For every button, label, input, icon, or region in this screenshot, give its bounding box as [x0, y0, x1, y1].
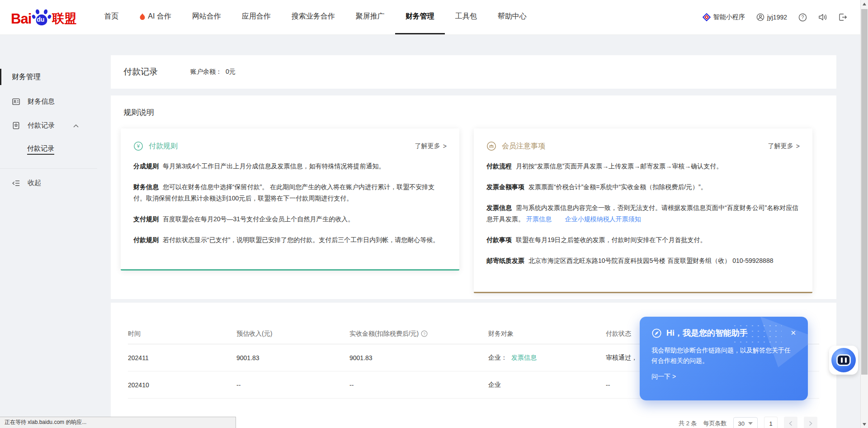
- payment-rules-card-title: 付款规则: [149, 142, 178, 151]
- member-notes-card-title: 会员注意事项: [502, 142, 545, 151]
- rule-item: 付款流程月初按“发票信息”页面开具发票→上传发票→邮寄发票→审核→确认支付。: [486, 161, 800, 172]
- rule-item: 付款事项联盟在每月19日之后签收的发票，付款时间安排在下个月首批支付。: [486, 234, 800, 246]
- cell-actual: --: [349, 381, 488, 389]
- sidebar-section-finance-management[interactable]: 财务管理: [0, 72, 111, 82]
- compass-icon: [651, 328, 662, 338]
- chevron-up-icon[interactable]: [73, 124, 79, 128]
- invoice-info-link[interactable]: 开票信息: [526, 215, 552, 223]
- nav-item-app-cooperation[interactable]: 应用合作: [231, 0, 281, 34]
- invoice-info-table-link[interactable]: 发票信息: [511, 354, 537, 362]
- sidebar: 财务管理 财务信息 付款记录 付款记录: [0, 34, 111, 187]
- baidu-union-logo[interactable]: Bai du 联盟: [11, 7, 76, 27]
- nav-item-ai-cooperation[interactable]: AI 合作: [129, 0, 182, 34]
- cell-time: 202410: [128, 381, 236, 389]
- svg-text:¥: ¥: [137, 143, 140, 149]
- col-time: 时间: [128, 330, 236, 338]
- more-arrow-icon: >: [443, 143, 447, 150]
- rule-item: 支付规则百度联盟会在每月20号—31号支付企业会员上个自然月产生的收入。: [133, 214, 447, 225]
- member-notes-card: 会员注意事项 了解更多> 付款流程月初按“发票信息”页面开具发票→上传发票→邮寄…: [474, 128, 812, 293]
- user-menu[interactable]: jyj1992: [756, 13, 787, 21]
- more-arrow-icon: >: [796, 143, 800, 150]
- member-notes-more-link[interactable]: 了解更多>: [768, 142, 800, 150]
- robot-avatar-icon: [831, 348, 856, 372]
- rule-item: 分成规则每月第3或4个工作日产出上月分成信息及发票信息，如有特殊情况将提前通知。: [133, 161, 447, 172]
- col-estimated-income: 预估收入(元): [236, 330, 349, 338]
- assistant-ask-link[interactable]: 问一下 >: [651, 373, 796, 381]
- nav-item-screen-promotion[interactable]: 聚屏推广: [345, 0, 395, 34]
- svg-text:?: ?: [423, 332, 425, 336]
- user-icon: [756, 13, 764, 21]
- per-page-label: 每页条数: [703, 419, 727, 428]
- caret-down-icon: [748, 422, 753, 425]
- browser-status-bar: 正在等待 xlab.baidu.com 的响应...: [0, 417, 236, 428]
- nav-item-search-cooperation[interactable]: 搜索业务合作: [281, 0, 345, 34]
- assistant-avatar-button[interactable]: [829, 346, 858, 375]
- col-actual-amount: 实收金额(扣除税费后/元) ?: [349, 330, 488, 338]
- scroll-down-arrow[interactable]: [861, 420, 868, 428]
- sidebar-item-payment-record[interactable]: 付款记录: [0, 121, 111, 130]
- rule-item: 邮寄纸质发票北京市海淀区西北旺东路10号院百度科技园5号楼 百度联盟财务组（收）…: [486, 255, 800, 266]
- rules-title: 规则说明: [123, 107, 826, 118]
- top-nav: Bai du 联盟 首页 AI 合作 网站合作 应用合作 搜索业务合作 聚屏推广…: [0, 0, 868, 34]
- sidebar-divider: [0, 168, 97, 169]
- nav-right-cluster: 智能小程序 jyj1992 ?: [703, 13, 868, 22]
- assistant-title: Hi，我是您的智能助手: [666, 328, 748, 338]
- page-scrollbar[interactable]: [860, 0, 868, 428]
- miniprogram-diamond-icon: [703, 13, 711, 21]
- baidu-paw-icon: du: [32, 7, 52, 27]
- cell-estimated: --: [236, 381, 349, 389]
- sidebar-collapse-button[interactable]: 收起: [0, 179, 111, 187]
- pagination: 共 2 条 每页条数 30 1: [679, 417, 817, 428]
- cell-finance-object: 企业: [488, 381, 606, 389]
- nav-item-finance-management[interactable]: 财务管理: [395, 0, 445, 34]
- rule-item: 财务信息您可以在财务信息中选择“保留付款”。 在此期间您产生的收入将在账户内进行…: [133, 181, 447, 204]
- nav-item-toolkit[interactable]: 工具包: [445, 0, 487, 34]
- cell-estimated: 9001.83: [236, 354, 349, 361]
- payment-rules-card: ¥ 付款规则 了解更多> 分成规则每月第3或4个工作日产出上月分成信息及发票信息…: [121, 128, 459, 271]
- cell-finance-object: 企业： 发票信息: [488, 354, 606, 362]
- nav-item-home[interactable]: 首页: [94, 0, 129, 34]
- logo-text-union: 联盟: [52, 10, 76, 27]
- logout-icon[interactable]: [839, 13, 847, 21]
- scroll-up-arrow[interactable]: [861, 0, 868, 8]
- nav-item-help-center[interactable]: 帮助中心: [487, 0, 537, 34]
- svg-text:?: ?: [802, 14, 804, 20]
- collapse-icon: [12, 180, 20, 187]
- cell-actual: 9001.83: [349, 354, 488, 361]
- page-number-button[interactable]: 1: [764, 417, 778, 428]
- small-taxpayer-notes-link[interactable]: 企业小规模纳税人开票须知: [565, 215, 641, 223]
- assistant-message: 我会帮助您诊断合作链路问题，以及解答您关于任何合作相关的问题。: [651, 345, 796, 366]
- cell-time: 202411: [128, 354, 236, 361]
- scrollbar-thumb[interactable]: [861, 9, 868, 375]
- close-icon[interactable]: ✕: [790, 329, 796, 337]
- next-page-button[interactable]: [804, 417, 817, 428]
- sound-icon[interactable]: [818, 13, 827, 21]
- sidebar-active-indicator: [0, 69, 1, 85]
- help-icon[interactable]: ?: [798, 13, 807, 22]
- miniprogram-link[interactable]: 智能小程序: [703, 13, 745, 21]
- logo-text-du: du: [37, 16, 44, 23]
- page-title: 付款记录: [123, 66, 158, 78]
- sidebar-subitem-payment-record[interactable]: 付款记录: [0, 144, 111, 153]
- rules-section: 规则说明 ¥ 付款规则 了解更多> 分成规则每月第3或4个工作日产出上月分成信息: [111, 95, 836, 299]
- prev-page-button[interactable]: [784, 417, 797, 428]
- finance-info-icon: [12, 97, 20, 106]
- logo-text-bai: Bai: [11, 11, 31, 27]
- payment-record-icon: [12, 121, 20, 130]
- per-page-select[interactable]: 30: [733, 417, 758, 428]
- account-balance: 账户余额：0元: [190, 68, 236, 76]
- member-icon: [486, 141, 496, 151]
- rule-item: 发票金额事项发票票面“价税合计”金额=系统中“实收金额（扣除税费后/元）”。: [486, 181, 800, 193]
- flame-icon: [139, 13, 146, 20]
- info-icon[interactable]: ?: [421, 330, 428, 337]
- nav-item-website-cooperation[interactable]: 网站合作: [182, 0, 231, 34]
- payment-rule-coin-icon: ¥: [133, 141, 143, 151]
- rule-item: 发票信息需与系统内发票信息内容完全一致，否则无法支付。请根据发票信息页面中“百度…: [486, 202, 800, 225]
- payment-rules-more-link[interactable]: 了解更多>: [415, 142, 447, 150]
- total-count: 共 2 条: [679, 419, 697, 428]
- sidebar-item-finance-info[interactable]: 财务信息: [0, 97, 111, 106]
- status-text: 正在等待 xlab.baidu.com 的响应...: [5, 419, 86, 425]
- col-finance-object: 财务对象: [488, 330, 606, 338]
- rule-item: 付款规则若付款状态显示“已支付”，说明联盟已安排了您的付款。支付后三个工作日内到…: [133, 234, 447, 246]
- assistant-popup: Hi，我是您的智能助手 ✕ 我会帮助您诊断合作链路问题，以及解答您关于任何合作相…: [640, 317, 808, 400]
